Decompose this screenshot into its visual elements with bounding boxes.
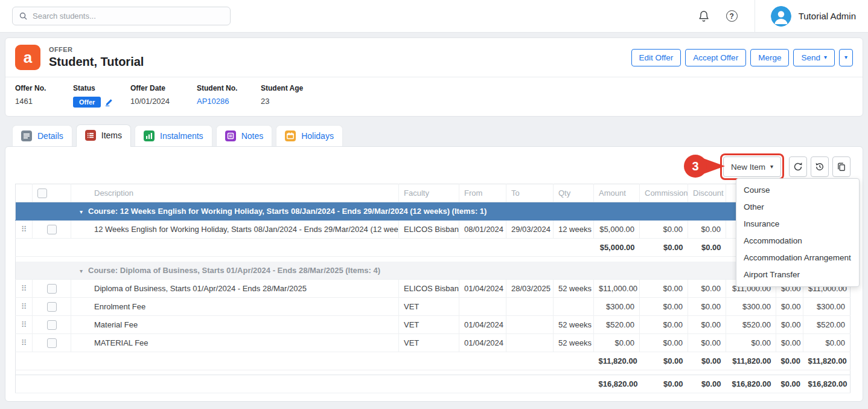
refresh-button[interactable] — [789, 156, 807, 177]
menu-item-other[interactable]: Other — [736, 199, 859, 216]
field-status: Status Offer — [73, 84, 130, 108]
total-value: $16,820.00 — [803, 375, 850, 393]
copy-icon — [837, 162, 846, 172]
more-actions-button[interactable]: ▾ — [839, 49, 853, 66]
item-cell — [506, 316, 554, 334]
spacer-row — [16, 257, 850, 262]
item-cell: $0.00 — [640, 298, 688, 316]
accept-offer-button[interactable]: Accept Offer — [685, 49, 746, 66]
offer-logo-letter: a — [24, 48, 32, 67]
item-cell: $0.00 — [803, 334, 850, 352]
menu-item-course[interactable]: Course — [736, 182, 859, 199]
col-header-select — [33, 184, 71, 202]
field-offer-date: Offer Date 10/01/2024 — [130, 84, 197, 108]
menu-item-insurance[interactable]: Insurance — [736, 216, 859, 233]
tab-instalments[interactable]: Instalments — [135, 125, 212, 146]
total-value: $0.00 — [640, 375, 688, 393]
row-checkbox[interactable] — [47, 320, 57, 330]
edit-offer-button[interactable]: Edit Offer — [631, 49, 681, 66]
caret-down-icon: ▾ — [824, 54, 827, 60]
help-icon[interactable]: ? — [726, 10, 738, 22]
holidays-icon — [285, 130, 296, 141]
edit-status-icon[interactable] — [105, 98, 113, 106]
field-student-no: Student No. AP10286 — [197, 84, 261, 108]
tab-notes[interactable]: Notes — [216, 125, 273, 146]
checkbox-cell — [33, 334, 71, 352]
tab-label: Items — [101, 130, 122, 140]
history-button[interactable] — [811, 156, 829, 177]
collapse-caret-icon[interactable]: ▾ — [80, 208, 83, 215]
item-cell: $0.00 — [688, 334, 726, 352]
subtotal-value: $11,820.00 — [803, 352, 850, 370]
offer-type-label: OFFER — [49, 46, 144, 53]
total-row: $16,820.00$0.00$0.00$16,820.00$0.00$16,8… — [16, 375, 850, 393]
drag-handle[interactable]: ⠿ — [16, 316, 33, 334]
send-button[interactable]: Send▾ — [793, 49, 835, 66]
search-box[interactable] — [12, 7, 231, 25]
item-row: ⠿Diploma of Business, Starts 01/Apr/2024… — [16, 280, 850, 298]
subtotal-value: $0.00 — [640, 352, 688, 370]
item-cell: VET — [399, 334, 459, 352]
tab-label: Holidays — [301, 131, 334, 141]
subtotal-value: $0.00 — [688, 352, 726, 370]
total-value: $0.00 — [776, 375, 803, 393]
field-offer-no: Offer No. 1461 — [15, 84, 73, 108]
col-header-from: From — [459, 184, 506, 202]
row-checkbox[interactable] — [47, 225, 57, 234]
total-value: $0.00 — [688, 375, 726, 393]
drag-handle[interactable]: ⠿ — [16, 221, 33, 239]
item-cell: Material Fee — [71, 316, 399, 334]
checkbox-cell — [33, 280, 71, 298]
items-toolbar: New Item ▾ — [15, 156, 850, 177]
item-cell: Diploma of Business, Starts 01/Apr/2024 … — [71, 280, 399, 298]
drag-handle[interactable]: ⠿ — [16, 280, 33, 298]
merge-button[interactable]: Merge — [750, 49, 789, 66]
user-name: Tutorial Admin — [799, 11, 856, 21]
copy-button[interactable] — [832, 156, 850, 177]
item-cell: VET — [399, 316, 459, 334]
select-all-checkbox[interactable] — [37, 188, 47, 198]
item-cell: 08/01/2024 — [459, 221, 506, 239]
item-cell: $520.00 — [803, 316, 850, 334]
drag-handle[interactable]: ⠿ — [16, 334, 33, 352]
collapse-caret-icon[interactable]: ▾ — [80, 268, 83, 274]
offer-header-top: a OFFER Student, Tutorial Edit Offer Acc… — [5, 38, 863, 77]
item-cell: $0.00 — [776, 298, 803, 316]
field-value: 23 — [261, 97, 303, 106]
item-cell: 52 weeks — [554, 334, 594, 352]
menu-item-airport-transfer[interactable]: Airport Transfer — [736, 266, 859, 283]
notes-icon — [225, 130, 236, 141]
student-no-link[interactable]: AP10286 — [197, 97, 261, 106]
field-label: Student Age — [261, 84, 303, 92]
group-header-row: ▾Course: Diploma of Business, Starts 01/… — [16, 262, 850, 280]
group-row-label: Course: Diploma of Business, Starts 01/A… — [88, 266, 380, 275]
tab-items[interactable]: Items — [76, 124, 131, 147]
item-cell: $0.00 — [640, 280, 688, 298]
user-menu[interactable]: Tutorial Admin — [755, 0, 856, 33]
menu-item-accommodation[interactable]: Accommodation — [736, 233, 859, 250]
new-item-button[interactable]: New Item ▾ — [723, 156, 781, 177]
item-cell: ELICOS Bisbane — [399, 280, 459, 298]
menu-item-accommodation-arrangement[interactable]: Accommodation Arrangement — [736, 250, 859, 266]
total-value: $16,820.00 — [594, 375, 640, 393]
tab-label: Instalments — [160, 131, 203, 141]
tab-details[interactable]: Details — [12, 125, 72, 146]
new-item-menu: CourseOtherInsuranceAccommodationAccommo… — [736, 178, 860, 287]
field-label: Status — [73, 84, 130, 92]
tab-holidays[interactable]: Holidays — [276, 125, 343, 146]
refresh-icon — [793, 162, 803, 172]
row-checkbox[interactable] — [47, 338, 57, 348]
item-cell: MATERIAL Fee — [71, 334, 399, 352]
drag-handle[interactable]: ⠿ — [16, 298, 33, 316]
item-cell — [459, 298, 506, 316]
row-checkbox[interactable] — [47, 302, 57, 312]
item-cell: $5,000.00 — [594, 221, 640, 239]
item-cell: 52 weeks — [554, 280, 594, 298]
row-checkbox[interactable] — [47, 284, 57, 294]
items-panel: New Item ▾ 3 DescriptionFacultyFromT — [5, 146, 863, 402]
item-cell: ELICOS Bisbane — [399, 221, 459, 239]
notifications-bell-icon[interactable] — [698, 10, 710, 22]
offer-tabs: Details Items Instalments Notes Holidays — [5, 124, 863, 146]
group-row-label: Course: 12 Weeks English for Working Hol… — [88, 207, 487, 216]
search-input[interactable] — [33, 11, 224, 21]
